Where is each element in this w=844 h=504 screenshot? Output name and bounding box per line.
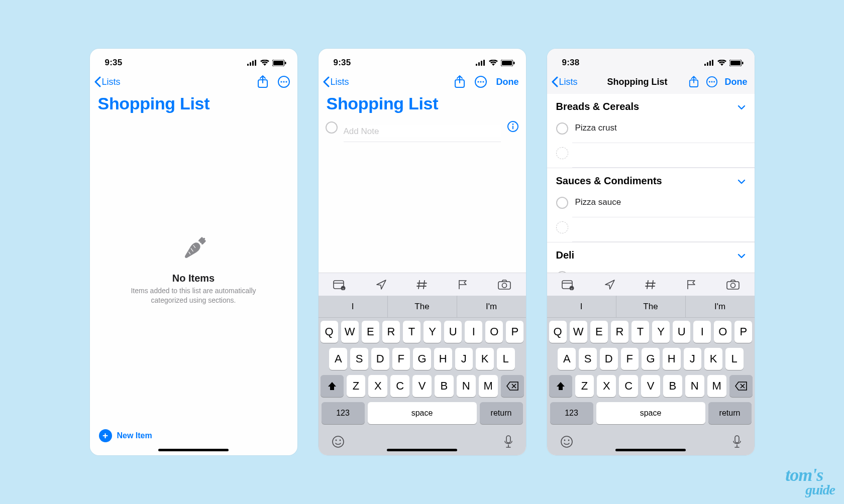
key-a[interactable]: A <box>558 348 576 370</box>
dictation-button[interactable] <box>504 435 513 448</box>
chevron-down-icon[interactable] <box>737 175 746 187</box>
key-e[interactable]: E <box>590 321 608 343</box>
key-v[interactable]: V <box>412 375 432 397</box>
share-button[interactable] <box>454 75 465 88</box>
key-n[interactable]: N <box>457 375 476 397</box>
key-p[interactable]: P <box>506 321 523 343</box>
key-r[interactable]: R <box>611 321 628 343</box>
key-w[interactable]: W <box>570 321 587 343</box>
location-button[interactable] <box>604 279 615 290</box>
key-y[interactable]: Y <box>424 321 441 343</box>
complete-radio[interactable] <box>556 197 568 209</box>
key-d[interactable]: D <box>600 348 618 370</box>
key-o[interactable]: O <box>485 321 503 343</box>
key-h[interactable]: H <box>434 348 452 370</box>
list-item[interactable]: Pizza crust <box>547 118 755 138</box>
key-p[interactable]: P <box>734 321 752 343</box>
section-header[interactable]: Deli <box>547 242 755 267</box>
shift-key[interactable] <box>321 375 344 397</box>
complete-radio-placeholder[interactable] <box>556 221 568 233</box>
return-key[interactable]: return <box>480 402 523 424</box>
done-button[interactable]: Done <box>725 77 748 87</box>
key-i[interactable]: I <box>693 321 711 343</box>
key-y[interactable]: Y <box>652 321 670 343</box>
flag-button[interactable] <box>457 279 468 290</box>
chevron-down-icon[interactable] <box>737 101 746 112</box>
key-q[interactable]: Q <box>321 321 338 343</box>
section-header[interactable]: Sauces & Condiments <box>547 168 755 193</box>
back-button[interactable]: Lists <box>94 76 121 87</box>
hashtag-button[interactable] <box>416 279 428 290</box>
space-key[interactable]: space <box>596 402 705 424</box>
more-button[interactable] <box>277 75 290 88</box>
space-key[interactable]: space <box>368 402 477 424</box>
calendar-button[interactable]: + <box>333 279 346 290</box>
key-g[interactable]: G <box>413 348 431 370</box>
new-item-placeholder[interactable] <box>547 217 755 236</box>
key-v[interactable]: V <box>641 375 660 397</box>
key-s[interactable]: S <box>579 348 597 370</box>
more-button[interactable] <box>474 75 487 88</box>
key-q[interactable]: Q <box>549 321 567 343</box>
info-button[interactable] <box>507 120 519 135</box>
key-b[interactable]: B <box>663 375 682 397</box>
location-button[interactable] <box>376 279 387 290</box>
backspace-key[interactable] <box>501 375 524 397</box>
back-button[interactable]: Lists <box>323 76 349 87</box>
prediction-3[interactable]: I'm <box>685 296 755 317</box>
complete-radio[interactable] <box>326 121 338 134</box>
key-z[interactable]: Z <box>575 375 594 397</box>
dictation-button[interactable] <box>732 435 742 448</box>
key-j[interactable]: J <box>684 348 702 370</box>
prediction-1[interactable]: I <box>547 296 616 317</box>
prediction-3[interactable]: I'm <box>457 296 526 317</box>
key-u[interactable]: U <box>444 321 462 343</box>
key-t[interactable]: T <box>631 321 649 343</box>
back-button[interactable]: Lists <box>551 76 586 87</box>
key-x[interactable]: X <box>368 375 387 397</box>
key-l[interactable]: L <box>725 348 744 370</box>
share-button[interactable] <box>257 75 268 88</box>
key-k[interactable]: K <box>476 348 494 370</box>
complete-radio-placeholder[interactable] <box>556 147 568 159</box>
camera-button[interactable] <box>726 280 740 290</box>
section-header[interactable]: Breads & Cereals <box>547 94 755 118</box>
key-c[interactable]: C <box>619 375 638 397</box>
home-indicator[interactable] <box>158 449 229 451</box>
prediction-2[interactable]: The <box>616 296 685 317</box>
list-item[interactable]: Pepperoni <box>547 267 755 273</box>
key-h[interactable]: H <box>663 348 681 370</box>
key-r[interactable]: R <box>382 321 400 343</box>
key-e[interactable]: E <box>362 321 379 343</box>
key-m[interactable]: M <box>479 375 498 397</box>
done-button[interactable]: Done <box>496 77 519 87</box>
numbers-key[interactable]: 123 <box>550 402 593 424</box>
key-m[interactable]: M <box>707 375 726 397</box>
add-note-input[interactable] <box>344 124 501 137</box>
shift-key[interactable] <box>549 375 572 397</box>
backspace-key[interactable] <box>729 375 753 397</box>
prediction-1[interactable]: I <box>319 296 387 317</box>
key-i[interactable]: I <box>465 321 482 343</box>
new-item-placeholder[interactable] <box>547 143 755 162</box>
chevron-down-icon[interactable] <box>737 249 746 261</box>
more-button[interactable] <box>706 76 718 88</box>
key-b[interactable]: B <box>435 375 454 397</box>
key-s[interactable]: S <box>350 348 368 370</box>
prediction-2[interactable]: The <box>387 296 457 317</box>
key-z[interactable]: Z <box>347 375 366 397</box>
key-f[interactable]: F <box>392 348 410 370</box>
list-item[interactable]: Pizza sauce <box>547 193 755 212</box>
flag-button[interactable] <box>686 279 697 290</box>
home-indicator[interactable] <box>615 449 686 451</box>
key-d[interactable]: D <box>371 348 389 370</box>
key-o[interactable]: O <box>714 321 731 343</box>
camera-button[interactable] <box>498 280 511 290</box>
key-u[interactable]: U <box>673 321 690 343</box>
key-w[interactable]: W <box>341 321 359 343</box>
key-c[interactable]: C <box>390 375 409 397</box>
key-x[interactable]: X <box>597 375 616 397</box>
key-t[interactable]: T <box>403 321 420 343</box>
key-f[interactable]: F <box>621 348 639 370</box>
key-k[interactable]: K <box>704 348 722 370</box>
